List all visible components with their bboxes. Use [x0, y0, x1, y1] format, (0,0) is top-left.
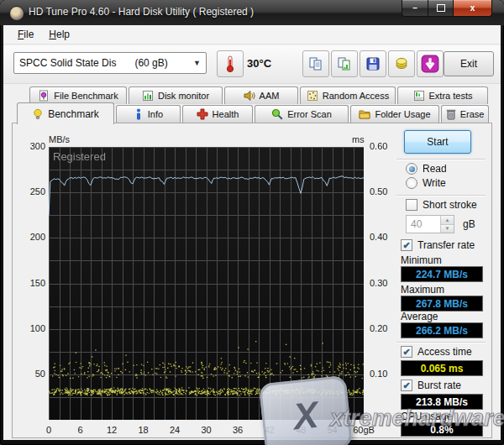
checkbox-icon: ✔: [401, 346, 412, 358]
up-arrow-icon: ▲: [445, 217, 450, 222]
tab-label: Info: [148, 109, 163, 119]
close-icon: x: [470, 3, 475, 13]
down-arrow-icon: ▼: [445, 226, 450, 231]
download-button[interactable]: [417, 50, 444, 77]
y-left-tick: 300: [18, 141, 45, 151]
checkbox-icon: ✔: [401, 239, 412, 251]
short-stroke-checkbox[interactable]: Short stroke: [406, 199, 477, 211]
maximize-icon: [437, 4, 445, 12]
temperature-value: 30°C: [247, 57, 271, 70]
menu-bar: File Help: [3, 25, 501, 44]
access-time-value: 0.065 ms: [401, 360, 483, 376]
trash-icon: [446, 108, 456, 120]
exit-button[interactable]: Exit: [444, 51, 494, 76]
start-button[interactable]: Start: [404, 130, 471, 154]
tab-label: Random Access: [323, 91, 389, 101]
average-value: 266.2 MB/s: [401, 322, 483, 338]
spinner-up-button[interactable]: ▲: [441, 216, 454, 225]
tab-aam[interactable]: AAM: [224, 86, 298, 104]
tab-label: Error Scan: [287, 109, 332, 119]
menu-help[interactable]: Help: [41, 26, 77, 43]
x-tick: 6: [77, 425, 82, 435]
maximum-label: Maximum: [401, 284, 444, 296]
window-title: HD Tune Pro 4.60 - Hard Disk Utility ( R…: [29, 6, 254, 18]
x-tick: 18: [138, 425, 148, 435]
thermometer-icon: [222, 55, 239, 73]
y-left-tick: 100: [18, 323, 45, 333]
y-right-tick: 0.30: [370, 278, 387, 288]
toolbar: SPCC Solid State Dis (60 gB) ▼ 30°C: [3, 45, 501, 84]
burst-rate-value: 213.8 MB/s: [401, 394, 483, 410]
burst-rate-label: Burst rate: [417, 380, 461, 391]
tab-label: Extra tests: [429, 91, 473, 101]
title-bar: HD Tune Pro 4.60 - Hard Disk Utility ( R…: [0, 0, 504, 25]
tab-file-benchmark[interactable]: File Benchmark: [29, 86, 127, 104]
temperature-button[interactable]: [217, 50, 244, 77]
drive-name: SPCC Solid State Dis: [19, 57, 116, 69]
y-left-tick: 250: [18, 186, 45, 196]
tab-folder-usage[interactable]: Folder Usage: [350, 105, 439, 123]
transfer-rate-checkbox[interactable]: ✔ Transfer rate: [401, 239, 475, 251]
drive-size: (60 gB): [134, 57, 193, 69]
registered-watermark: Registered: [53, 150, 106, 163]
x-tick: 48: [296, 425, 306, 435]
spinner-down-button[interactable]: ▼: [441, 225, 454, 233]
x-tick: 0: [46, 425, 51, 435]
tab-random-access[interactable]: Random Access: [300, 86, 396, 104]
close-button[interactable]: x: [454, 0, 492, 17]
disk-monitor-icon: [142, 90, 154, 102]
capture-icon: [394, 56, 409, 71]
maximum-value: 267.8 MB/s: [401, 296, 483, 312]
copy-text-button[interactable]: [302, 50, 329, 77]
tab-extra-tests[interactable]: Extra tests: [397, 86, 488, 104]
tab-error-scan[interactable]: Error Scan: [255, 105, 349, 123]
cpu-usage-label: CPU usage: [401, 411, 452, 422]
y-right-tick: 0.20: [370, 323, 387, 333]
minimum-value: 224.7 MB/s: [401, 266, 483, 282]
y-right-tick: 0.60: [370, 141, 387, 151]
tab-disk-monitor[interactable]: Disk monitor: [129, 86, 223, 104]
burst-rate-checkbox[interactable]: ✔ Burst rate: [401, 380, 461, 391]
tab-info[interactable]: Info: [116, 105, 181, 123]
benchmark-chart: [49, 147, 364, 420]
transfer-rate-label: Transfer rate: [417, 239, 475, 251]
tab-benchmark[interactable]: Benchmark: [17, 102, 114, 124]
download-icon: [421, 55, 439, 73]
cpu-usage-value: 0.8%: [401, 422, 483, 437]
spinner-value: 40: [407, 218, 440, 230]
app-window: HD Tune Pro 4.60 - Hard Disk Utility ( R…: [0, 0, 504, 445]
tab-label: Benchmark: [48, 108, 99, 120]
access-time-checkbox[interactable]: ✔ Access time: [401, 346, 472, 358]
short-stroke-size-spinner[interactable]: 40 ▲ ▼: [406, 215, 454, 233]
y-left-tick: 200: [18, 232, 45, 242]
menu-file[interactable]: File: [10, 26, 41, 43]
minimize-button[interactable]: –: [402, 0, 428, 17]
x-tick: 54: [327, 425, 337, 435]
x-tick: 24: [170, 425, 180, 435]
read-radio[interactable]: Read: [406, 163, 447, 175]
copy-screenshot-button[interactable]: [331, 50, 358, 77]
exit-label: Exit: [460, 58, 477, 70]
chevron-down-icon: ▼: [193, 59, 201, 67]
save-screenshot-button[interactable]: [360, 50, 386, 77]
tab-label: Erase: [460, 109, 485, 119]
magnifier-icon: [271, 108, 283, 120]
tab-health[interactable]: Health: [182, 105, 253, 123]
checkbox-icon: [406, 199, 417, 211]
tab-erase[interactable]: Erase: [441, 105, 489, 123]
app-icon: [9, 6, 24, 21]
x-tick: 42: [264, 425, 274, 435]
write-radio[interactable]: Write: [406, 177, 446, 189]
gb-unit-label: gB: [463, 218, 475, 230]
tab-label: AAM: [260, 91, 280, 101]
capture-button[interactable]: [388, 50, 415, 77]
checkbox-icon: ✔: [401, 380, 412, 391]
y-right-tick: 0.50: [370, 186, 387, 196]
read-label: Read: [423, 163, 447, 175]
file-benchmark-icon: [38, 90, 50, 102]
y-left-tick: 150: [18, 278, 45, 288]
drive-select[interactable]: SPCC Solid State Dis (60 gB) ▼: [13, 52, 207, 74]
maximize-button[interactable]: [428, 0, 454, 17]
random-access-icon: [307, 90, 318, 102]
x-tick: 36: [233, 425, 243, 435]
